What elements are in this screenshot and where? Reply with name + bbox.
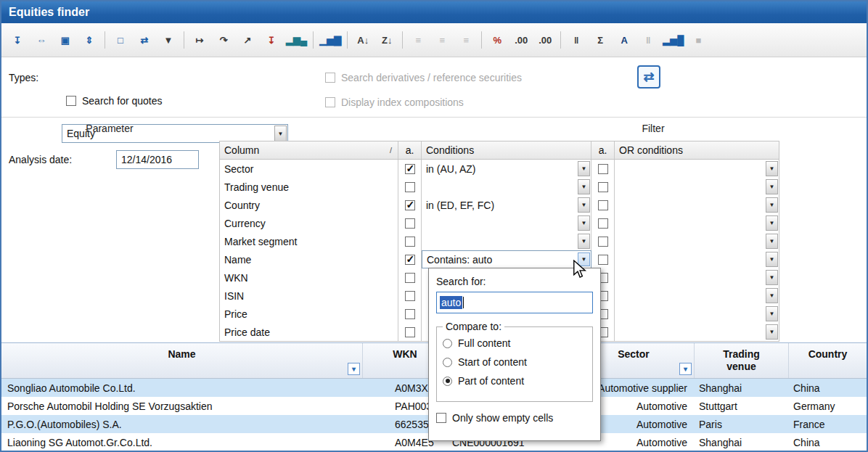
separator xyxy=(105,31,105,49)
align-center-icon: ≡ xyxy=(432,30,452,50)
refresh-button[interactable]: ⇄ xyxy=(637,65,660,89)
quotes-checkbox-row: Search for quotes xyxy=(66,95,163,107)
percent-icon[interactable]: % xyxy=(487,30,507,50)
filter-column-name: WKN xyxy=(220,268,398,287)
condition-active-checkbox[interactable] xyxy=(405,237,415,247)
sort-ascending-icon[interactable]: A↓ xyxy=(353,30,373,50)
grid-header-column[interactable]: Column / xyxy=(220,141,398,159)
filter-section-label: Filter xyxy=(588,123,718,134)
index-compositions-checkbox xyxy=(325,97,335,107)
radio-icon[interactable] xyxy=(443,377,452,386)
or-active-checkbox[interactable] xyxy=(598,182,608,192)
column-chart-icon[interactable]: ▁▅▇ xyxy=(319,30,342,50)
fit-height-icon[interactable]: ⇕ xyxy=(79,30,99,50)
or-dropdown-button[interactable]: ▼ xyxy=(766,234,778,249)
goto-parent-icon[interactable]: ↗ xyxy=(237,30,258,50)
radio-icon[interactable] xyxy=(443,358,452,367)
or-active-checkbox[interactable] xyxy=(598,237,608,247)
table-header-name[interactable]: Name ▾ xyxy=(1,343,363,378)
column-format-icon[interactable]: ‖ xyxy=(638,30,658,50)
row-count-icon[interactable]: ▂▆▄ xyxy=(285,30,308,50)
condition-dropdown-button[interactable]: ▼ xyxy=(578,161,590,176)
row-format-icon[interactable]: ‖ xyxy=(566,30,586,50)
condition-text: in (ED, EF, FC) xyxy=(426,200,494,211)
condition-active-checkbox[interactable] xyxy=(405,182,415,192)
condition-dropdown-button[interactable]: ▼ xyxy=(578,179,590,194)
export-icon[interactable]: ↧ xyxy=(7,30,28,50)
text-caret xyxy=(463,297,464,308)
or-dropdown-button[interactable]: ▼ xyxy=(766,179,778,194)
condition-dropdown-button[interactable]: ▼ xyxy=(578,252,590,266)
fit-width-icon[interactable]: ⇔ xyxy=(31,30,52,50)
goto-first-icon[interactable]: ↦ xyxy=(189,30,210,50)
separator xyxy=(184,31,184,49)
condition-dropdown-button[interactable]: ▼ xyxy=(578,215,590,231)
update-icon[interactable]: ⇄ xyxy=(134,30,155,50)
or-active-checkbox[interactable] xyxy=(598,218,608,229)
or-dropdown-button[interactable]: ▼ xyxy=(766,306,778,321)
or-dropdown-button[interactable]: ▼ xyxy=(766,215,778,231)
condition-active-checkbox[interactable] xyxy=(405,291,415,301)
search-quotes-checkbox[interactable] xyxy=(66,96,76,106)
decrease-decimal-icon[interactable]: .00 xyxy=(535,30,555,50)
cell-country: Germany xyxy=(789,400,867,412)
search-input[interactable]: auto xyxy=(436,292,593,313)
only-empty-cells-checkbox[interactable] xyxy=(436,413,446,423)
font-icon[interactable]: A xyxy=(614,30,634,50)
column-filter-button[interactable]: ▾ xyxy=(679,363,692,375)
radio-option[interactable]: Full content xyxy=(443,334,586,353)
empty-cells-row: Only show empty cells xyxy=(436,412,593,424)
or-dropdown-button[interactable]: ▼ xyxy=(766,161,778,176)
goto-last-icon[interactable]: ↧ xyxy=(261,30,282,50)
sum-icon[interactable]: Σ xyxy=(590,30,610,50)
condition-active-checkbox[interactable] xyxy=(405,218,415,229)
compare-to-legend: Compare to: xyxy=(443,321,504,332)
cell-trading-venue: Shanghai xyxy=(695,382,789,394)
cell-country: France xyxy=(789,419,867,430)
condition-dropdown-button[interactable]: ▼ xyxy=(578,197,590,213)
analysis-date-input[interactable]: 12/14/2016 xyxy=(116,150,199,169)
new-view-icon[interactable]: □ xyxy=(110,30,131,50)
radio-icon[interactable] xyxy=(443,339,452,348)
or-active-checkbox[interactable] xyxy=(598,200,608,210)
sort-indicator-icon: / xyxy=(390,146,392,155)
align-right-icon: ≡ xyxy=(456,30,476,50)
analysis-date-label: Analysis date: xyxy=(9,150,72,169)
compare-to-group: Compare to: Full content Start of conten… xyxy=(436,321,593,402)
table-header-country[interactable]: Country ▾ xyxy=(789,343,867,378)
filter-row: Name Contains: auto ▼ ▼ xyxy=(220,250,779,268)
radio-option[interactable]: Part of content xyxy=(443,371,586,390)
selected-text: auto xyxy=(440,296,462,309)
chevron-down-icon[interactable]: ▼ xyxy=(274,126,287,141)
sort-descending-icon[interactable]: Z↓ xyxy=(377,30,397,50)
condition-active-checkbox[interactable] xyxy=(405,255,415,265)
or-dropdown-button[interactable]: ▼ xyxy=(766,288,778,303)
radio-option[interactable]: Start of content xyxy=(443,353,586,371)
chart-icon[interactable]: ▂▅█ xyxy=(662,30,684,50)
zoom-region-icon[interactable]: ▣ xyxy=(55,30,75,50)
condition-active-checkbox[interactable] xyxy=(405,164,415,174)
or-dropdown-button[interactable]: ▼ xyxy=(766,270,778,285)
condition-active-checkbox[interactable] xyxy=(405,309,415,319)
condition-active-checkbox[interactable] xyxy=(405,327,415,337)
condition-dropdown-button[interactable]: ▼ xyxy=(578,234,590,249)
filter-icon[interactable]: ▼ xyxy=(158,30,179,50)
condition-active-checkbox[interactable] xyxy=(405,273,415,283)
or-dropdown-button[interactable]: ▼ xyxy=(766,324,778,340)
or-active-checkbox[interactable] xyxy=(598,255,608,265)
cell-country: China xyxy=(789,382,867,394)
or-dropdown-button[interactable]: ▼ xyxy=(766,252,778,267)
column-filter-button[interactable]: ▾ xyxy=(348,363,360,375)
parameter-section-label: Parameter xyxy=(44,123,175,134)
filter-column-name: Currency xyxy=(220,214,398,232)
or-active-checkbox[interactable] xyxy=(598,164,608,174)
filter-column-name: Country xyxy=(220,196,398,214)
cell-trading-venue: Paris xyxy=(695,419,789,430)
separator xyxy=(481,31,482,49)
increase-decimal-icon[interactable]: .00 xyxy=(511,30,531,50)
condition-active-checkbox[interactable] xyxy=(405,200,415,210)
table-header-trading-venue[interactable]: Trading venue ▾ xyxy=(695,343,789,378)
or-dropdown-button[interactable]: ▼ xyxy=(766,197,778,213)
repeat-icon[interactable]: ↷ xyxy=(213,30,234,50)
filter-row: Sector in (AU, AZ) ▼ ▼ xyxy=(220,160,779,178)
